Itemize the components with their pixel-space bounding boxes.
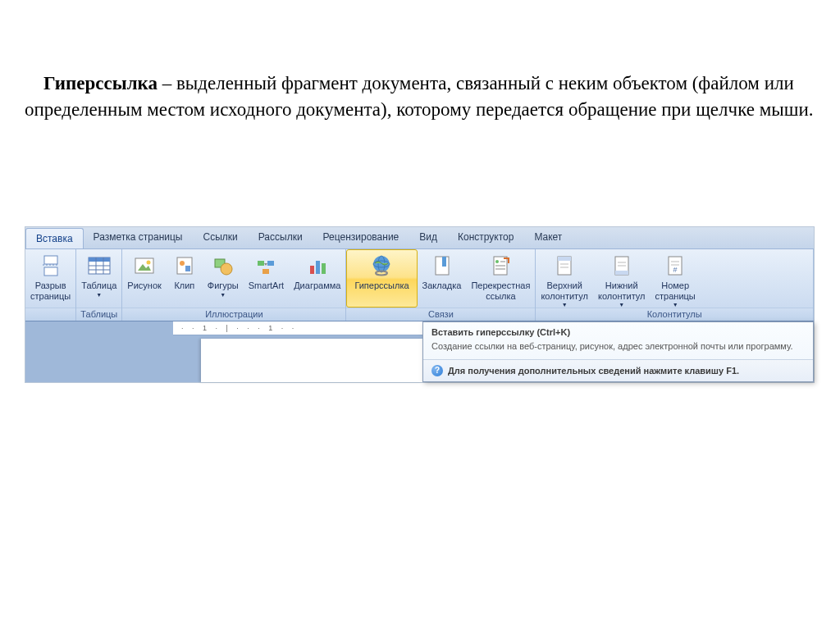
definition-term: Гиперссылка (43, 73, 158, 93)
tooltip-title: Вставить гиперссылку (Ctrl+K) (423, 322, 813, 340)
page-number-label: Номер страницы (655, 280, 696, 301)
header-icon (551, 253, 578, 279)
dropdown-icon: ▼ (619, 302, 624, 308)
clip-icon (171, 253, 198, 279)
document-area: · · 1 · | · · · 1 · · Вставить гиперссыл… (25, 321, 814, 382)
svg-rect-0 (44, 256, 57, 264)
hyperlink-button[interactable]: Гиперссылка (346, 249, 417, 308)
chart-label: Диаграмма (294, 280, 340, 291)
page-break-label: Разрыв страницы (30, 280, 71, 301)
bookmark-label: Закладка (422, 280, 462, 291)
tab-view[interactable]: Вид (409, 227, 448, 248)
ribbon: Разрыв страницы Таблица ▼ Таблицы (25, 249, 814, 321)
group-label-headers: Колонтитулы (536, 308, 813, 321)
svg-point-13 (180, 261, 185, 266)
footer-button[interactable]: Нижний колонтитул ▼ (593, 249, 651, 308)
footer-label: Нижний колонтитул (598, 280, 646, 301)
shapes-button[interactable]: Фигуры ▼ (203, 249, 244, 308)
definition-paragraph: Гиперссылка – выделенный фрагмент докуме… (0, 0, 840, 123)
tooltip-footer-text: Для получения дополнительных сведений на… (448, 366, 739, 376)
page-break-icon (38, 253, 64, 279)
svg-rect-1 (44, 267, 57, 276)
page-surface[interactable] (201, 339, 422, 382)
group-illustrations: Рисунок Клип Фигуры ▼ (122, 249, 346, 321)
svg-point-32 (495, 260, 499, 263)
table-label: Таблица (81, 280, 116, 291)
ribbon-tabs: Вставка Разметка страницы Ссылки Рассылк… (25, 227, 814, 249)
hyperlink-label: Гиперссылка (354, 280, 409, 291)
ruler[interactable]: · · 1 · | · · · 1 · · (173, 321, 452, 335)
page-number-button[interactable]: # Номер страницы ▼ (651, 249, 701, 308)
smartart-icon (253, 253, 279, 279)
picture-button[interactable]: Рисунок (122, 249, 167, 308)
group-links: Гиперссылка Закладка Перекрестная ссылка… (346, 249, 536, 321)
svg-rect-22 (316, 261, 320, 274)
tooltip-body: Создание ссылки на веб-страницу, рисунок… (423, 340, 813, 359)
picture-icon (131, 253, 158, 279)
cross-reference-button[interactable]: Перекрестная ссылка (466, 249, 535, 308)
group-label-tables: Таблицы (76, 308, 121, 321)
svg-text:#: # (673, 266, 678, 274)
dropdown-icon: ▼ (562, 302, 568, 308)
smartart-label: SmartArt (249, 280, 284, 291)
cross-reference-icon (487, 253, 514, 279)
tab-mailings[interactable]: Рассылки (249, 227, 313, 248)
svg-rect-37 (558, 257, 571, 261)
svg-point-16 (221, 263, 232, 275)
tooltip-footer: ? Для получения дополнительных сведений … (423, 359, 813, 381)
shapes-icon (210, 253, 236, 279)
group-label-empty (25, 308, 75, 321)
bookmark-button[interactable]: Закладка (418, 249, 467, 308)
shapes-label: Фигуры (208, 280, 239, 291)
group-headers: Верхний колонтитул ▼ Нижний колонтитул ▼… (536, 249, 814, 321)
group-tables: Таблица ▼ Таблицы (76, 249, 122, 321)
group-label-illustrations: Иллюстрации (122, 308, 345, 321)
group-label-links: Связи (346, 308, 535, 321)
group-page-break: Разрыв страницы (25, 249, 76, 321)
svg-marker-19 (264, 261, 267, 266)
chart-button[interactable]: Диаграмма (289, 249, 345, 308)
chart-icon (304, 253, 331, 279)
tab-insert[interactable]: Вставка (25, 228, 84, 248)
bookmark-icon (428, 253, 454, 279)
page-number-icon: # (662, 253, 688, 279)
svg-rect-20 (262, 269, 269, 274)
tab-layout[interactable]: Макет (524, 227, 573, 248)
hyperlink-tooltip: Вставить гиперссылку (Ctrl+K) Создание с… (422, 321, 814, 382)
svg-rect-17 (258, 261, 264, 266)
tab-design[interactable]: Конструктор (448, 227, 524, 248)
svg-rect-9 (135, 258, 153, 273)
smartart-button[interactable]: SmartArt (244, 249, 289, 308)
svg-rect-21 (310, 266, 314, 274)
clip-button[interactable]: Клип (167, 249, 203, 308)
tab-review[interactable]: Рецензирование (313, 227, 410, 248)
dropdown-icon: ▼ (220, 292, 226, 298)
picture-label: Рисунок (127, 280, 162, 291)
dropdown-icon: ▼ (673, 302, 678, 308)
cross-reference-label: Перекрестная ссылка (471, 280, 530, 301)
word-ribbon-screenshot: Вставка Разметка страницы Ссылки Рассылк… (25, 226, 815, 383)
page-break-button[interactable]: Разрыв страницы (25, 249, 75, 308)
hyperlink-icon (368, 253, 395, 279)
svg-point-27 (376, 271, 387, 276)
svg-rect-41 (615, 271, 628, 275)
svg-point-11 (147, 261, 151, 265)
help-icon: ? (431, 365, 443, 376)
svg-rect-23 (322, 263, 326, 274)
clip-label: Клип (174, 280, 194, 291)
table-button[interactable]: Таблица ▼ (76, 249, 121, 308)
svg-rect-18 (267, 261, 274, 266)
dropdown-icon: ▼ (96, 292, 102, 298)
header-label: Верхний колонтитул (541, 280, 588, 301)
tab-references[interactable]: Ссылки (193, 227, 248, 248)
table-icon (86, 253, 112, 279)
tab-page-layout[interactable]: Разметка страницы (84, 227, 194, 248)
header-button[interactable]: Верхний колонтитул ▼ (536, 249, 593, 308)
svg-rect-14 (185, 266, 190, 271)
svg-rect-4 (89, 258, 110, 262)
footer-icon (609, 253, 635, 279)
